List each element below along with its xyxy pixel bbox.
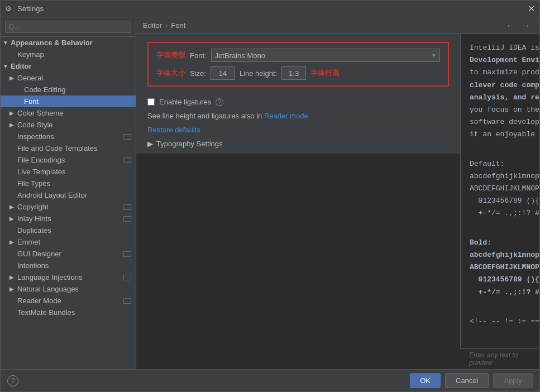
sidebar-item-label: TextMate Bundles [17, 308, 75, 317]
preview-line: +-*/= .,;:!? #&$%@|^ [470, 208, 539, 218]
breadcrumb-current: Font [171, 21, 185, 30]
back-button[interactable]: ← [504, 21, 517, 31]
arrow-icon: ▶ [9, 75, 16, 81]
breadcrumb-separator: › [165, 21, 168, 30]
font-label: Font: [190, 51, 207, 60]
sidebar-item-file-encodings[interactable]: File Encodings [1, 154, 136, 166]
sidebar-item-label: File and Code Templates [17, 144, 98, 152]
cancel-button[interactable]: Cancel [445, 373, 489, 388]
size-input[interactable] [211, 66, 235, 80]
enable-ligatures-label: Enable ligatures [159, 98, 211, 106]
preview-bold-label: Bold: [470, 238, 539, 248]
preview-panel[interactable]: IntelliJ IDEA is an Integrated Developme… [460, 34, 539, 348]
sidebar-item-language-injections[interactable]: ▶ Language Injections [1, 271, 136, 283]
sidebar-item-inlay-hints[interactable]: ▶ Inlay Hints [1, 213, 136, 224]
bottom-buttons: OK Cancel Apply [410, 373, 533, 388]
sidebar-item-label: Emmet [17, 238, 40, 246]
preview-footer: Enter any text to preview [460, 348, 539, 369]
sidebar-item-label: Font [24, 97, 39, 106]
sidebar-item-duplicates[interactable]: Duplicates [1, 224, 136, 236]
sidebar-item-label: Inlay Hints [17, 214, 51, 223]
font-dropdown[interactable]: JetBrains Mono [211, 49, 440, 62]
reader-mode-row: See line height and ligatures also in Re… [147, 112, 449, 120]
ok-button[interactable]: OK [410, 373, 441, 388]
sidebar-item-live-templates[interactable]: Live Templates [1, 166, 136, 178]
sidebar-item-label: Code Editing [24, 85, 65, 94]
forward-button[interactable]: → [519, 21, 533, 31]
sidebar-item-appearance[interactable]: ▼ Appearance & Behavior [1, 37, 136, 49]
font-box: 字体类型 Font: JetBrains Mono ▼ [147, 42, 449, 87]
sidebar-item-general[interactable]: ▶ General [1, 72, 136, 84]
line-height-label: Line height: [240, 69, 277, 78]
sidebar-item-label: Copyright [17, 203, 49, 211]
preview-line: it an enjoyable experience. [470, 130, 539, 140]
sidebar-item-gui-designer[interactable]: GUI Designer [1, 248, 136, 260]
sidebar-item-label: Natural Languages [17, 285, 79, 293]
font-select-wrap: JetBrains Mono ▼ [211, 49, 440, 62]
restore-defaults-link[interactable]: Restore defaults [147, 126, 200, 134]
sidebar-item-label: Appearance & Behavior [11, 39, 93, 47]
enable-ligatures-checkbox[interactable] [147, 98, 155, 106]
options-section: Enable ligatures ? See line height and l… [136, 92, 460, 154]
left-panel: 字体类型 Font: JetBrains Mono ▼ [136, 34, 460, 369]
line-height-input[interactable] [281, 66, 306, 80]
breadcrumb-parent: Editor [143, 21, 162, 30]
typography-arrow-icon: ▶ [147, 140, 153, 148]
sidebar-item-label: Inspections [17, 132, 54, 141]
sidebar-item-label: Code Style [17, 121, 53, 129]
cn-font-type-label: 字体类型 [156, 50, 185, 60]
typography-label: Typography Settings [156, 140, 223, 148]
content-area: ▼ Appearance & Behavior Keymap ▼ Editor … [1, 17, 539, 369]
arrow-icon: ▶ [9, 204, 16, 210]
settings-icon: ⚙ [5, 4, 14, 13]
sidebar-item-file-code-templates[interactable]: File and Code Templates [1, 142, 136, 154]
sidebar-item-code-style[interactable]: ▶ Code Style [1, 119, 136, 131]
sidebar-item-intentions[interactable]: Intentions [1, 260, 136, 271]
sidebar-item-android-layout[interactable]: Android Layout Editor [1, 189, 136, 201]
preview-default-label: Default: [470, 159, 539, 169]
preview-line [470, 304, 539, 314]
search-input[interactable] [5, 21, 131, 33]
close-button[interactable]: ✕ [528, 3, 535, 14]
indicator-icon [123, 251, 131, 257]
preview-footer-text: Enter any text to preview [469, 351, 518, 367]
reader-mode-link[interactable]: Reader mode [264, 112, 308, 120]
sidebar: ▼ Appearance & Behavior Keymap ▼ Editor … [1, 17, 136, 369]
window-title: Settings [17, 4, 528, 13]
main-panel: Editor › Font ← → 字体类型 Font [136, 17, 539, 369]
sidebar-item-file-types[interactable]: File Types [1, 178, 136, 189]
arrow-icon: ▶ [9, 122, 16, 128]
sidebar-item-emmet[interactable]: ▶ Emmet [1, 236, 136, 248]
preview-line [470, 226, 539, 236]
sidebar-item-label: GUI Designer [17, 250, 61, 258]
sidebar-item-reader-mode[interactable]: Reader Mode [1, 295, 136, 307]
typography-row[interactable]: ▶ Typography Settings [147, 140, 449, 148]
cn-font-size-label: 字体大小 [156, 68, 185, 78]
sidebar-item-textmate[interactable]: TextMate Bundles [1, 307, 136, 318]
preview-line: abcdefghijklmnopqrstuvwxyz [470, 171, 539, 181]
main-split: 字体类型 Font: JetBrains Mono ▼ [136, 34, 539, 369]
sidebar-item-color-scheme[interactable]: ▶ Color Scheme [1, 107, 136, 119]
sidebar-item-editor[interactable]: ▼ Editor [1, 60, 136, 72]
bottom-bar: ? OK Cancel Apply [1, 369, 539, 391]
arrow-icon: ▶ [9, 286, 16, 292]
sidebar-item-keymap[interactable]: Keymap [1, 49, 136, 60]
apply-button[interactable]: Apply [493, 373, 533, 388]
preview-line [470, 147, 539, 157]
arrow-icon: ▼ [3, 63, 9, 69]
arrow-icon: ▶ [9, 239, 16, 245]
sidebar-item-inspections[interactable]: Inspections [1, 131, 136, 142]
font-type-row: 字体类型 Font: JetBrains Mono ▼ [156, 49, 440, 62]
sidebar-item-label: Duplicates [17, 226, 51, 235]
help-icon[interactable]: ? [216, 98, 223, 106]
help-button[interactable]: ? [7, 375, 18, 386]
preview-line: ABCDEFGHIJKLMNOPQRSTUVWXYZ [470, 262, 539, 273]
sidebar-item-copyright[interactable]: ▶ Copyright [1, 201, 136, 213]
cn-line-height-label: 字体行高 [310, 68, 340, 78]
sidebar-item-font[interactable]: Font [1, 95, 136, 107]
sidebar-item-natural-languages[interactable]: ▶ Natural Languages [1, 283, 136, 295]
sidebar-item-label: Live Templates [17, 168, 65, 176]
arrow-icon: ▶ [9, 274, 16, 280]
sidebar-item-code-editing[interactable]: Code Editing [1, 84, 136, 95]
settings-window: ⚙ Settings ✕ ▼ Appearance & Behavior Key… [0, 0, 540, 392]
